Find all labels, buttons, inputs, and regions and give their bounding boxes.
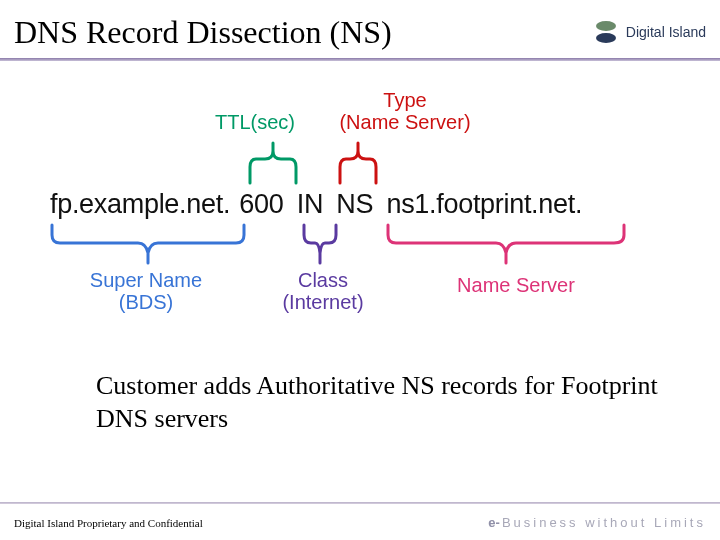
annotation-name-server: Name Server [436, 274, 596, 296]
tagline-rest: Business without Limits [502, 515, 706, 530]
brand-name: Digital Island [626, 24, 706, 40]
annotation-type-line2: (Name Server) [339, 111, 470, 133]
dns-record: fp.example.net. 600 IN NS ns1.footprint.… [50, 189, 582, 220]
record-ttl: 600 [239, 189, 283, 220]
annotation-class: Class (Internet) [268, 269, 378, 313]
annotation-ttl: TTL(sec) [210, 111, 300, 133]
annotation-super-line2: (BDS) [119, 291, 173, 313]
dns-record-diagram: TTL(sec) Type (Name Server) fp.example.n… [0, 79, 720, 339]
divider [0, 502, 720, 504]
record-name-server: ns1.footprint.net. [386, 189, 582, 220]
brace-icon [50, 223, 246, 267]
annotation-class-line2: (Internet) [282, 291, 363, 313]
brace-icon [248, 139, 298, 187]
footer: Digital Island Proprietary and Confident… [0, 515, 720, 530]
annotation-type: Type (Name Server) [330, 89, 480, 133]
tagline-prefix: e- [488, 515, 500, 530]
brace-icon [386, 223, 626, 267]
brace-icon [302, 223, 338, 267]
annotation-super-name: Super Name (BDS) [76, 269, 216, 313]
header: DNS Record Dissection (NS) Digital Islan… [0, 0, 720, 58]
footer-confidential: Digital Island Proprietary and Confident… [14, 517, 203, 529]
record-class: IN [297, 189, 323, 220]
annotation-class-line1: Class [298, 269, 348, 291]
page-title: DNS Record Dissection (NS) [14, 14, 392, 51]
globe-icon [592, 21, 620, 43]
brand-logo: Digital Island [592, 21, 706, 43]
annotation-type-line1: Type [383, 89, 426, 111]
divider [0, 58, 720, 61]
body-text: Customer adds Authoritative NS records f… [96, 370, 660, 435]
footer-tagline: e-Business without Limits [488, 515, 706, 530]
record-super-name: fp.example.net. [50, 189, 230, 220]
annotation-super-line1: Super Name [90, 269, 202, 291]
brace-icon [338, 139, 378, 187]
record-type: NS [336, 189, 373, 220]
